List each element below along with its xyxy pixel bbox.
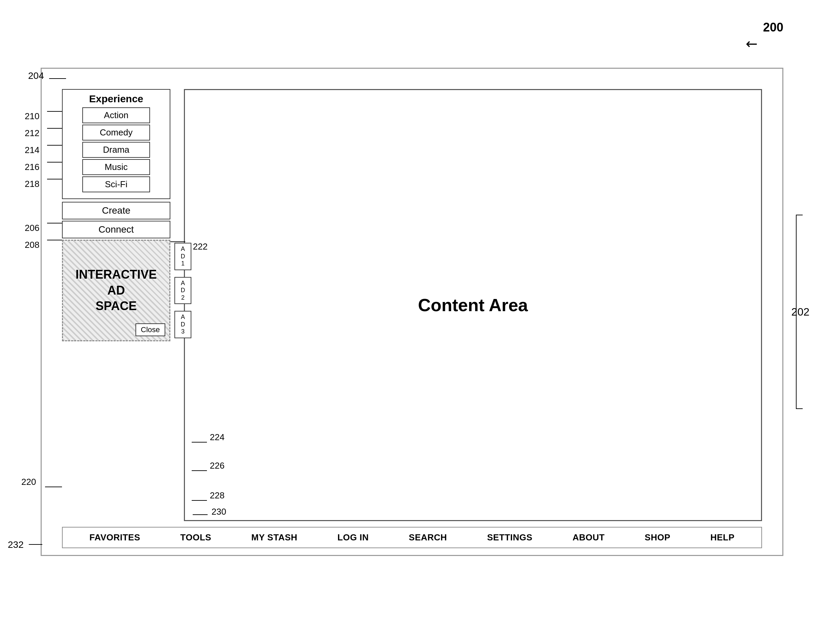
nav-mystash[interactable]: MY STASH — [251, 532, 297, 543]
callout-232-line — [29, 544, 42, 545]
callout-204: 204 — [28, 71, 44, 81]
nav-help[interactable]: HELP — [710, 532, 734, 543]
content-area-label: Content Area — [418, 295, 528, 315]
callout-210-line — [47, 111, 62, 112]
callout-228-line — [192, 500, 207, 501]
callout-230: 230 — [212, 507, 226, 517]
callout-204-line — [49, 78, 66, 79]
label-202: 202 — [792, 306, 809, 318]
diagram-number: 200 — [763, 20, 783, 35]
callout-206: 206 — [25, 223, 39, 233]
nav-settings[interactable]: SETTINGS — [487, 532, 532, 543]
callout-208: 208 — [25, 240, 39, 250]
experience-title: Experience — [89, 93, 143, 105]
nav-bar: FAVORITES TOOLS MY STASH LOG IN SEARCH S… — [62, 527, 762, 548]
connect-button[interactable]: Connect — [62, 221, 171, 238]
callout-232: 232 — [8, 539, 24, 550]
callout-228: 228 — [210, 490, 224, 501]
genre-comedy-btn[interactable]: Comedy — [82, 124, 150, 140]
ad-space: INTERACTIVEADSPACE Close AD1 AD2 AD3 — [62, 240, 171, 341]
nav-login[interactable]: LOG IN — [337, 532, 369, 543]
nav-search[interactable]: SEARCH — [409, 532, 447, 543]
callout-218: 218 — [25, 179, 39, 189]
inner-layout: 204 Experience Action Comedy Drama Music… — [62, 89, 762, 521]
callout-224-line — [192, 442, 207, 443]
callout-226: 226 — [210, 461, 224, 471]
ad1-pill[interactable]: AD1 — [174, 243, 191, 270]
callout-220: 220 — [22, 477, 36, 487]
diagram-arrow: ↙ — [742, 34, 762, 54]
callout-216: 216 — [25, 162, 39, 172]
callout-212: 212 — [25, 128, 39, 138]
callout-210: 210 — [25, 111, 39, 121]
left-panel: 204 Experience Action Comedy Drama Music… — [62, 89, 171, 521]
experience-box: Experience Action Comedy Drama Music Sci… — [62, 89, 171, 199]
ad2-pill[interactable]: AD2 — [174, 277, 191, 304]
callout-218-line — [47, 179, 62, 180]
genre-scifi-btn[interactable]: Sci-Fi — [82, 177, 150, 192]
callout-212-line — [47, 128, 62, 129]
ad3-pill[interactable]: AD3 — [174, 311, 191, 338]
create-button[interactable]: Create — [62, 202, 171, 220]
callout-224: 224 — [210, 432, 224, 443]
callout-214-line — [47, 145, 62, 146]
ad-pills: AD1 AD2 AD3 — [174, 241, 191, 340]
callout-208-line — [47, 240, 62, 240]
callout-206-line — [47, 223, 62, 223]
callout-214: 214 — [25, 145, 39, 155]
callout-220-line — [45, 487, 62, 487]
callout-226-line — [192, 470, 207, 471]
nav-about[interactable]: ABOUT — [572, 532, 604, 543]
close-button[interactable]: Close — [135, 323, 165, 336]
nav-shop[interactable]: SHOP — [645, 532, 670, 543]
ad-text: INTERACTIVEADSPACE — [75, 267, 157, 314]
nav-tools[interactable]: TOOLS — [180, 532, 211, 543]
genre-action-btn[interactable]: Action — [82, 107, 150, 123]
genre-drama-btn[interactable]: Drama — [82, 142, 150, 158]
callout-230-line — [193, 514, 208, 515]
content-area: Content Area — [184, 89, 762, 521]
nav-favorites[interactable]: FAVORITES — [89, 532, 140, 543]
callout-216-line — [47, 162, 62, 163]
callout-222: 222 — [193, 241, 208, 252]
genre-music-btn[interactable]: Music — [82, 159, 150, 175]
outer-container: 202 204 Experience Action Comedy Drama M… — [41, 68, 783, 556]
